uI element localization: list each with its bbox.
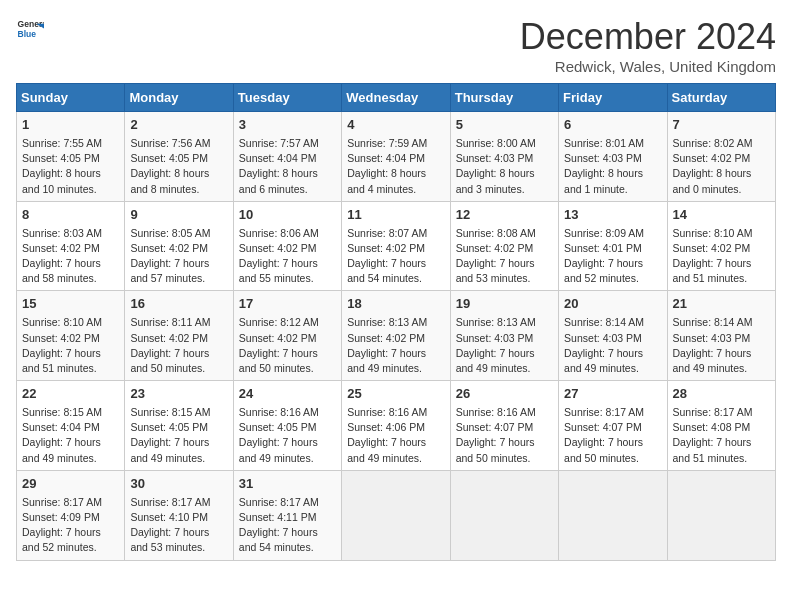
day-info-line: Daylight: 8 hours: [347, 166, 444, 181]
day-info-line: Daylight: 7 hours: [456, 346, 553, 361]
day-number: 18: [347, 295, 444, 314]
day-number: 21: [673, 295, 770, 314]
day-number: 10: [239, 206, 336, 225]
day-number: 17: [239, 295, 336, 314]
day-info-line: Sunset: 4:03 PM: [564, 151, 661, 166]
day-info-line: Daylight: 7 hours: [22, 435, 119, 450]
calendar-cell: 21Sunrise: 8:14 AMSunset: 4:03 PMDayligh…: [667, 291, 775, 381]
day-info-line: Sunset: 4:02 PM: [456, 241, 553, 256]
day-info-line: Sunset: 4:05 PM: [239, 420, 336, 435]
day-info-line: and 6 minutes.: [239, 182, 336, 197]
day-info-line: and 49 minutes.: [673, 361, 770, 376]
day-info-line: and 0 minutes.: [673, 182, 770, 197]
day-number: 23: [130, 385, 227, 404]
day-info-line: Sunset: 4:07 PM: [456, 420, 553, 435]
day-info-line: Daylight: 7 hours: [22, 346, 119, 361]
day-info-line: Sunrise: 8:01 AM: [564, 136, 661, 151]
day-number: 2: [130, 116, 227, 135]
calendar-header-row: SundayMondayTuesdayWednesdayThursdayFrid…: [17, 84, 776, 112]
day-info-line: and 49 minutes.: [22, 451, 119, 466]
day-number: 1: [22, 116, 119, 135]
day-info-line: Daylight: 7 hours: [130, 435, 227, 450]
day-info-line: and 49 minutes.: [347, 361, 444, 376]
calendar-cell: 20Sunrise: 8:14 AMSunset: 4:03 PMDayligh…: [559, 291, 667, 381]
calendar-cell: 17Sunrise: 8:12 AMSunset: 4:02 PMDayligh…: [233, 291, 341, 381]
day-info-line: Sunrise: 8:14 AM: [564, 315, 661, 330]
day-info-line: Sunrise: 8:15 AM: [22, 405, 119, 420]
day-info-line: Sunrise: 8:15 AM: [130, 405, 227, 420]
calendar-cell: 23Sunrise: 8:15 AMSunset: 4:05 PMDayligh…: [125, 381, 233, 471]
day-number: 16: [130, 295, 227, 314]
calendar-cell: 30Sunrise: 8:17 AMSunset: 4:10 PMDayligh…: [125, 470, 233, 560]
day-info-line: Sunrise: 8:07 AM: [347, 226, 444, 241]
day-info-line: Sunset: 4:02 PM: [673, 241, 770, 256]
calendar-cell: 27Sunrise: 8:17 AMSunset: 4:07 PMDayligh…: [559, 381, 667, 471]
day-info-line: Daylight: 7 hours: [564, 256, 661, 271]
day-info-line: Daylight: 8 hours: [130, 166, 227, 181]
day-number: 29: [22, 475, 119, 494]
day-number: 20: [564, 295, 661, 314]
column-header-wednesday: Wednesday: [342, 84, 450, 112]
calendar-cell: 12Sunrise: 8:08 AMSunset: 4:02 PMDayligh…: [450, 201, 558, 291]
day-info-line: and 57 minutes.: [130, 271, 227, 286]
day-info-line: Sunset: 4:02 PM: [673, 151, 770, 166]
day-info-line: Daylight: 7 hours: [347, 346, 444, 361]
day-info-line: Sunrise: 8:08 AM: [456, 226, 553, 241]
day-info-line: Sunrise: 8:10 AM: [22, 315, 119, 330]
day-number: 19: [456, 295, 553, 314]
day-info-line: Sunset: 4:05 PM: [130, 420, 227, 435]
day-info-line: Sunrise: 8:17 AM: [673, 405, 770, 420]
day-info-line: Sunrise: 8:02 AM: [673, 136, 770, 151]
day-info-line: and 49 minutes.: [347, 451, 444, 466]
day-number: 4: [347, 116, 444, 135]
calendar-cell: 8Sunrise: 8:03 AMSunset: 4:02 PMDaylight…: [17, 201, 125, 291]
day-info-line: and 53 minutes.: [130, 540, 227, 555]
day-info-line: Daylight: 7 hours: [564, 346, 661, 361]
day-info-line: Sunset: 4:01 PM: [564, 241, 661, 256]
day-info-line: Sunrise: 8:10 AM: [673, 226, 770, 241]
day-info-line: Sunset: 4:11 PM: [239, 510, 336, 525]
day-info-line: Daylight: 7 hours: [673, 346, 770, 361]
day-info-line: Sunset: 4:02 PM: [22, 241, 119, 256]
day-number: 5: [456, 116, 553, 135]
calendar-subtitle: Redwick, Wales, United Kingdom: [520, 58, 776, 75]
day-info-line: Sunset: 4:05 PM: [130, 151, 227, 166]
day-info-line: Sunset: 4:02 PM: [347, 241, 444, 256]
calendar-cell: 28Sunrise: 8:17 AMSunset: 4:08 PMDayligh…: [667, 381, 775, 471]
title-block: December 2024 Redwick, Wales, United Kin…: [520, 16, 776, 75]
day-info-line: Sunset: 4:05 PM: [22, 151, 119, 166]
day-info-line: Sunrise: 8:17 AM: [22, 495, 119, 510]
day-info-line: Daylight: 7 hours: [239, 346, 336, 361]
day-info-line: Daylight: 8 hours: [22, 166, 119, 181]
day-info-line: Sunrise: 7:56 AM: [130, 136, 227, 151]
day-info-line: Sunset: 4:10 PM: [130, 510, 227, 525]
day-info-line: Daylight: 7 hours: [673, 256, 770, 271]
day-info-line: Daylight: 8 hours: [564, 166, 661, 181]
day-info-line: Sunset: 4:09 PM: [22, 510, 119, 525]
calendar-cell: [342, 470, 450, 560]
day-info-line: and 49 minutes.: [239, 451, 336, 466]
day-info-line: Daylight: 7 hours: [456, 256, 553, 271]
day-info-line: Sunrise: 8:09 AM: [564, 226, 661, 241]
week-row-3: 15Sunrise: 8:10 AMSunset: 4:02 PMDayligh…: [17, 291, 776, 381]
day-info-line: and 8 minutes.: [130, 182, 227, 197]
day-number: 28: [673, 385, 770, 404]
calendar-cell: 31Sunrise: 8:17 AMSunset: 4:11 PMDayligh…: [233, 470, 341, 560]
day-info-line: and 50 minutes.: [456, 451, 553, 466]
calendar-cell: 13Sunrise: 8:09 AMSunset: 4:01 PMDayligh…: [559, 201, 667, 291]
calendar-cell: 7Sunrise: 8:02 AMSunset: 4:02 PMDaylight…: [667, 112, 775, 202]
day-info-line: Daylight: 7 hours: [239, 435, 336, 450]
logo: General Blue: [16, 16, 44, 44]
calendar-cell: 16Sunrise: 8:11 AMSunset: 4:02 PMDayligh…: [125, 291, 233, 381]
calendar-cell: 29Sunrise: 8:17 AMSunset: 4:09 PMDayligh…: [17, 470, 125, 560]
day-info-line: Daylight: 7 hours: [22, 525, 119, 540]
calendar-cell: 5Sunrise: 8:00 AMSunset: 4:03 PMDaylight…: [450, 112, 558, 202]
calendar-cell: 18Sunrise: 8:13 AMSunset: 4:02 PMDayligh…: [342, 291, 450, 381]
day-info-line: and 50 minutes.: [564, 451, 661, 466]
week-row-1: 1Sunrise: 7:55 AMSunset: 4:05 PMDaylight…: [17, 112, 776, 202]
day-info-line: Daylight: 8 hours: [673, 166, 770, 181]
day-info-line: Sunrise: 8:12 AM: [239, 315, 336, 330]
calendar-cell: 25Sunrise: 8:16 AMSunset: 4:06 PMDayligh…: [342, 381, 450, 471]
week-row-5: 29Sunrise: 8:17 AMSunset: 4:09 PMDayligh…: [17, 470, 776, 560]
day-info-line: Daylight: 8 hours: [456, 166, 553, 181]
